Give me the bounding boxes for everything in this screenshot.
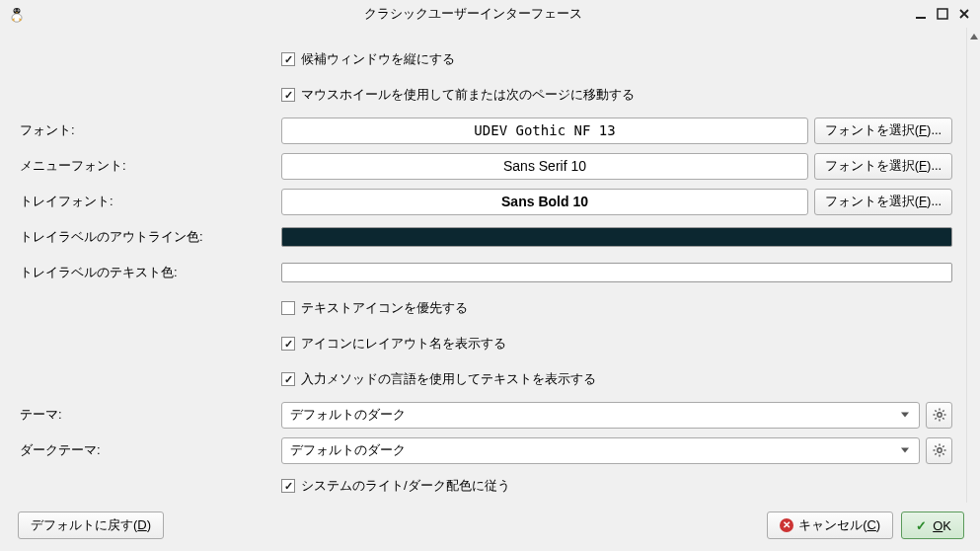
font-select-button[interactable]: フォントを選択(F)... bbox=[814, 118, 952, 144]
tray-outline-color-label: トレイラベルのアウトライン色: bbox=[20, 228, 281, 246]
theme-select[interactable]: デフォルトのダーク bbox=[281, 402, 920, 429]
prefer-text-icon-label: テキストアイコンを優先する bbox=[301, 299, 468, 317]
prefer-text-icon-checkbox[interactable] bbox=[281, 301, 295, 315]
svg-line-23 bbox=[942, 453, 943, 454]
tray-outline-color-picker[interactable] bbox=[281, 227, 952, 247]
vertical-candidate-checkbox-row: 候補ウィンドウを縦にする bbox=[281, 50, 455, 68]
svg-point-8 bbox=[937, 413, 941, 417]
use-im-language-checkbox-row: 入力メソッドの言語を使用してテキストを表示する bbox=[281, 370, 596, 388]
svg-point-4 bbox=[18, 10, 19, 11]
svg-line-25 bbox=[935, 453, 936, 454]
svg-rect-7 bbox=[938, 9, 947, 19]
gear-icon bbox=[932, 407, 947, 423]
ok-button[interactable]: ✓ OK bbox=[901, 512, 964, 539]
use-im-language-label: 入力メソッドの言語を使用してテキストを表示する bbox=[301, 370, 596, 388]
dark-theme-label: ダークテーマ: bbox=[20, 441, 281, 459]
follow-system-theme-label: システムのライト/ダーク配色に従う bbox=[301, 477, 510, 495]
cancel-button[interactable]: ✕ キャンセル(C) bbox=[767, 512, 893, 539]
theme-select-value: デフォルトのダーク bbox=[290, 406, 406, 424]
svg-line-14 bbox=[942, 418, 943, 419]
svg-line-16 bbox=[935, 418, 936, 419]
menu-font-display[interactable]: Sans Serif 10 bbox=[281, 153, 808, 180]
theme-label: テーマ: bbox=[20, 406, 281, 424]
window-controls bbox=[913, 6, 972, 22]
font-display[interactable]: UDEV Gothic NF 13 bbox=[281, 118, 808, 144]
vertical-candidate-label: 候補ウィンドウを縦にする bbox=[301, 50, 455, 68]
svg-line-22 bbox=[935, 445, 936, 446]
scrollbar[interactable] bbox=[966, 28, 980, 503]
wheel-paging-checkbox-row: マウスホイールを使用して前または次のページに移動する bbox=[281, 86, 635, 104]
svg-point-17 bbox=[937, 448, 941, 452]
footer: デフォルトに戻す(D) ✕ キャンセル(C) ✓ OK bbox=[0, 503, 980, 551]
dark-theme-select[interactable]: デフォルトのダーク bbox=[281, 437, 920, 464]
maximize-button[interactable] bbox=[935, 6, 950, 22]
use-im-language-checkbox[interactable] bbox=[281, 372, 295, 386]
svg-rect-6 bbox=[916, 17, 926, 19]
app-icon bbox=[8, 5, 26, 23]
dark-theme-select-value: デフォルトのダーク bbox=[290, 441, 406, 459]
svg-line-13 bbox=[935, 410, 936, 411]
tray-font-label: トレイフォント: bbox=[20, 193, 281, 210]
content-area: 候補ウィンドウを縦にする マウスホイールを使用して前または次のページに移動する … bbox=[0, 28, 966, 503]
window-title: クラシックユーザーインターフェース bbox=[34, 5, 913, 23]
follow-system-theme-checkbox[interactable] bbox=[281, 479, 295, 493]
scrollbar-up-arrow-icon[interactable] bbox=[970, 34, 978, 39]
show-layout-name-checkbox-row: アイコンにレイアウト名を表示する bbox=[281, 335, 506, 353]
wheel-paging-checkbox[interactable] bbox=[281, 88, 295, 102]
dark-theme-settings-button[interactable] bbox=[926, 437, 952, 464]
wheel-paging-label: マウスホイールを使用して前または次のページに移動する bbox=[301, 86, 635, 104]
vertical-candidate-checkbox[interactable] bbox=[281, 52, 295, 66]
cancel-icon: ✕ bbox=[780, 518, 793, 532]
font-label: フォント: bbox=[20, 121, 281, 139]
gear-icon bbox=[932, 442, 947, 458]
titlebar: クラシックユーザーインターフェース bbox=[0, 0, 980, 28]
reset-default-button[interactable]: デフォルトに戻す(D) bbox=[18, 512, 164, 539]
tray-text-color-picker[interactable] bbox=[281, 263, 952, 282]
minimize-button[interactable] bbox=[913, 6, 929, 22]
svg-line-24 bbox=[942, 445, 943, 446]
prefer-text-icon-checkbox-row: テキストアイコンを優先する bbox=[281, 299, 468, 317]
close-button[interactable] bbox=[956, 6, 972, 22]
tray-font-select-button[interactable]: フォントを選択(F)... bbox=[814, 189, 952, 215]
ok-icon: ✓ bbox=[914, 518, 928, 532]
svg-point-3 bbox=[15, 10, 16, 11]
show-layout-name-label: アイコンにレイアウト名を表示する bbox=[301, 335, 506, 353]
follow-system-theme-checkbox-row: システムのライト/ダーク配色に従う bbox=[281, 477, 510, 495]
menu-font-label: メニューフォント: bbox=[20, 157, 281, 175]
tray-font-display[interactable]: Sans Bold 10 bbox=[281, 189, 808, 215]
menu-font-select-button[interactable]: フォントを選択(F)... bbox=[814, 153, 952, 180]
svg-line-15 bbox=[942, 410, 943, 411]
theme-settings-button[interactable] bbox=[926, 402, 952, 429]
tray-text-color-label: トレイラベルのテキスト色: bbox=[20, 264, 281, 281]
show-layout-name-checkbox[interactable] bbox=[281, 337, 295, 351]
